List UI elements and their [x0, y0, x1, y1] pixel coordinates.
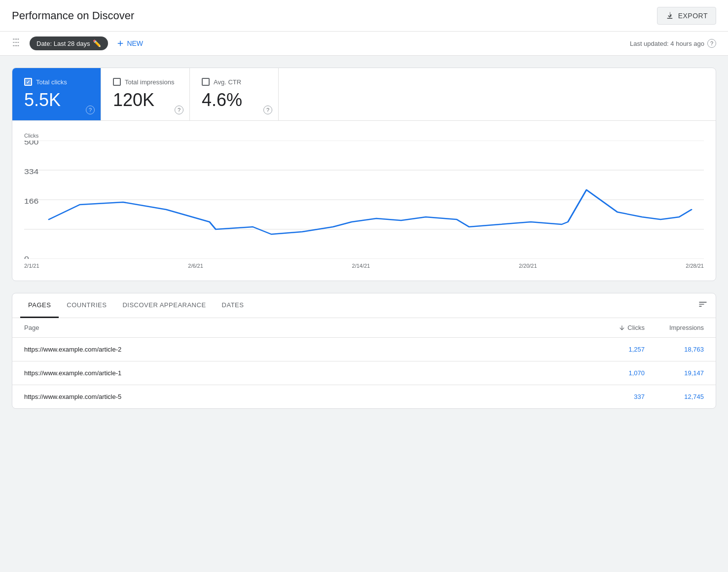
- line-chart: 500 334 166 0: [24, 141, 704, 259]
- metric-label-clicks: Total clicks: [24, 78, 89, 86]
- svg-text:0: 0: [24, 255, 29, 259]
- row-clicks-0: 1,257: [585, 346, 645, 353]
- help-icon[interactable]: ?: [707, 39, 716, 48]
- metric-help-ctr[interactable]: ?: [263, 106, 272, 114]
- table-row: https://www.example.com/article-5 337 12…: [12, 385, 716, 408]
- filter-icon[interactable]: [12, 37, 22, 50]
- tab-discover-appearance[interactable]: DISCOVER APPEARANCE: [114, 293, 214, 318]
- x-label-1: 2/6/21: [188, 263, 203, 269]
- chart-area: Clicks 500 334 166 0: [12, 121, 716, 281]
- metric-value-clicks: 5.5K: [24, 90, 89, 110]
- new-label: NEW: [127, 39, 143, 47]
- metric-value-ctr: 4.6%: [202, 90, 266, 110]
- chart-x-labels: 2/1/21 2/6/21 2/14/21 2/20/21 2/28/21: [24, 259, 704, 277]
- new-filter-button[interactable]: NEW: [116, 39, 143, 48]
- export-button[interactable]: EXPORT: [657, 7, 716, 25]
- x-label-4: 2/28/21: [686, 263, 704, 269]
- col-header-page: Page: [24, 324, 585, 331]
- page-title: Performance on Discover: [12, 9, 134, 22]
- tabs-row: PAGES COUNTRIES DISCOVER APPEARANCE DATE…: [12, 293, 716, 318]
- table-row: https://www.example.com/article-2 1,257 …: [12, 338, 716, 361]
- tab-countries[interactable]: COUNTRIES: [59, 293, 114, 318]
- table-card: PAGES COUNTRIES DISCOVER APPEARANCE DATE…: [12, 293, 716, 409]
- filter-bar: Date: Last 28 days ✏️ NEW Last updated: …: [0, 32, 728, 56]
- metric-value-impressions: 120K: [113, 90, 178, 110]
- table-header: Page Clicks Impressions: [12, 318, 716, 338]
- row-clicks-1: 1,070: [585, 369, 645, 377]
- row-impressions-2: 12,745: [645, 393, 704, 400]
- svg-text:334: 334: [24, 168, 38, 176]
- date-filter-label: Date: Last 28 days: [36, 40, 90, 47]
- main-content: Total clicks 5.5K ? Total impressions 12…: [0, 56, 728, 421]
- x-label-0: 2/1/21: [24, 263, 39, 269]
- chart-y-label: Clicks: [24, 133, 704, 139]
- checkbox-ctr: [202, 78, 210, 86]
- tab-dates[interactable]: DATES: [214, 293, 252, 318]
- metric-avg-ctr[interactable]: Avg. CTR 4.6% ?: [190, 68, 279, 120]
- metrics-chart-card: Total clicks 5.5K ? Total impressions 12…: [12, 68, 716, 281]
- tab-pages[interactable]: PAGES: [20, 293, 59, 318]
- row-clicks-2: 337: [585, 393, 645, 400]
- metric-label-ctr: Avg. CTR: [202, 78, 266, 86]
- metrics-row: Total clicks 5.5K ? Total impressions 12…: [12, 68, 716, 121]
- col-header-impressions: Impressions: [645, 324, 704, 331]
- metric-help-impressions[interactable]: ?: [175, 106, 183, 114]
- checkbox-clicks: [24, 78, 32, 86]
- metric-total-impressions[interactable]: Total impressions 120K ?: [101, 68, 190, 120]
- x-label-3: 2/20/21: [519, 263, 537, 269]
- export-label: EXPORT: [678, 12, 708, 20]
- metric-spacer: [279, 68, 716, 120]
- plus-icon: [116, 39, 125, 48]
- pencil-icon: ✏️: [93, 39, 101, 47]
- row-page-1[interactable]: https://www.example.com/article-1: [24, 369, 585, 377]
- svg-text:500: 500: [24, 141, 38, 146]
- metric-total-clicks[interactable]: Total clicks 5.5K ?: [12, 68, 101, 120]
- table-filter-icon[interactable]: [698, 299, 708, 312]
- download-icon: [665, 11, 674, 20]
- date-filter-pill[interactable]: Date: Last 28 days ✏️: [30, 36, 108, 50]
- x-label-2: 2/14/21: [352, 263, 370, 269]
- checkbox-impressions: [113, 78, 121, 86]
- table-row: https://www.example.com/article-1 1,070 …: [12, 361, 716, 385]
- metric-label-impressions: Total impressions: [113, 78, 178, 86]
- row-page-2[interactable]: https://www.example.com/article-5: [24, 393, 585, 400]
- chart-container: 500 334 166 0: [24, 141, 704, 259]
- row-impressions-1: 19,147: [645, 369, 704, 377]
- col-header-clicks: Clicks: [585, 324, 645, 331]
- metric-help-clicks[interactable]: ?: [86, 106, 95, 114]
- svg-text:166: 166: [24, 198, 38, 205]
- top-bar: Performance on Discover EXPORT: [0, 0, 728, 32]
- last-updated: Last updated: 4 hours ago ?: [630, 39, 716, 48]
- row-impressions-0: 18,763: [645, 346, 704, 353]
- row-page-0[interactable]: https://www.example.com/article-2: [24, 346, 585, 353]
- sort-down-icon: [619, 324, 625, 331]
